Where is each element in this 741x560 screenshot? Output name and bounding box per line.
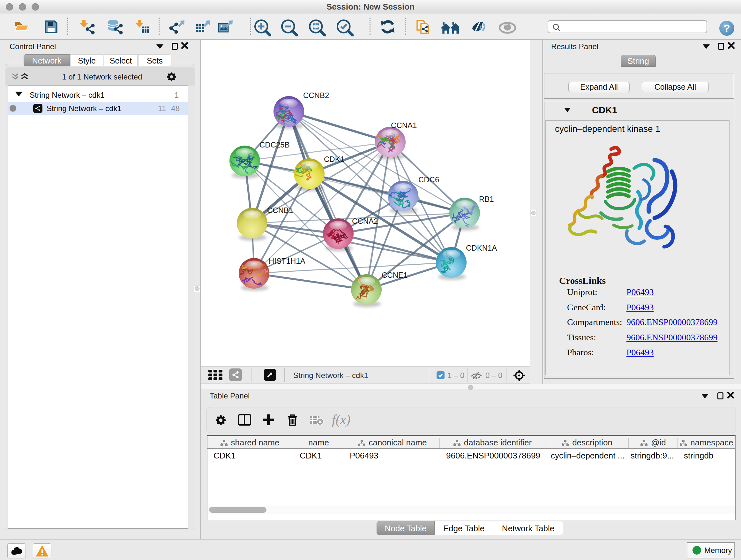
svg-text:HIST1H1A: HIST1H1A (269, 257, 306, 265)
svg-text:CCNE1: CCNE1 (382, 271, 408, 279)
svg-text:RB1: RB1 (479, 195, 494, 203)
svg-text:CCNA2: CCNA2 (352, 217, 378, 226)
svg-text:CDK1: CDK1 (324, 155, 344, 164)
svg-text:CDC25B: CDC25B (259, 140, 290, 149)
svg-text:CDC6: CDC6 (418, 175, 439, 184)
svg-text:CCNB2: CCNB2 (303, 91, 329, 100)
svg-text:CCNB1: CCNB1 (267, 206, 293, 214)
svg-text:CDKN1A: CDKN1A (466, 244, 497, 252)
svg-text:CCNA1: CCNA1 (391, 121, 417, 130)
